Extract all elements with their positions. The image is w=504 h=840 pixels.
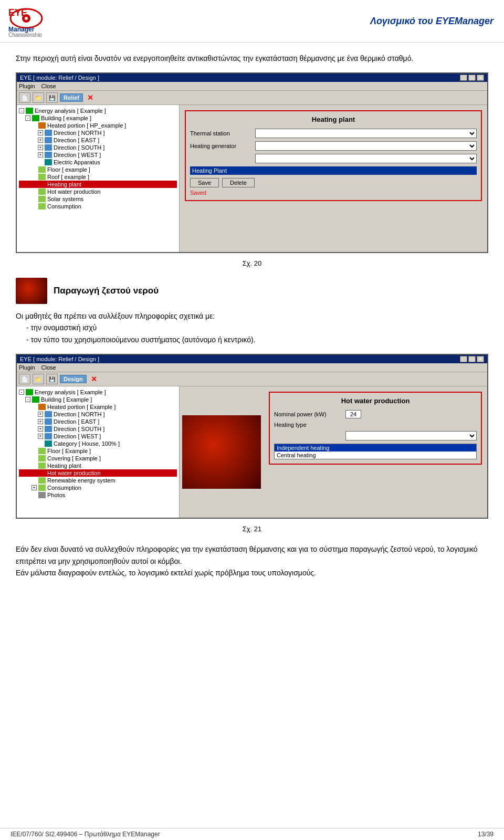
close-btn-1[interactable]: ✕ bbox=[477, 75, 484, 81]
tree-panel-1: - Energy analysis [ Example ] - Building… bbox=[17, 105, 180, 252]
saved-status: Saved bbox=[190, 190, 477, 196]
tree-item-building2[interactable]: - Building [ Example ] bbox=[19, 396, 177, 403]
tree-item-east[interactable]: + Direction [ EAST ] bbox=[19, 136, 177, 144]
menu-plugin-1[interactable]: Plugin bbox=[19, 83, 35, 89]
tree-expand-east2[interactable]: + bbox=[38, 419, 43, 424]
tree-item-solar[interactable]: Solar systems bbox=[19, 195, 177, 203]
tree-expand-north2[interactable]: + bbox=[38, 412, 43, 417]
menu-plugin-2[interactable]: Plugin bbox=[19, 364, 35, 371]
tree-expand-building[interactable]: - bbox=[25, 116, 30, 121]
tree-item-covering[interactable]: Covering [ Example ] bbox=[19, 455, 177, 462]
menu-close-1[interactable]: Close bbox=[41, 83, 56, 89]
tree-icon-category bbox=[45, 440, 52, 447]
tree-icon-solar bbox=[38, 196, 46, 202]
tree-item-heated[interactable]: Heated portion [ HP_example ] bbox=[19, 122, 177, 129]
maximize-btn-2[interactable]: □ bbox=[468, 356, 476, 362]
minimize-btn-1[interactable]: _ bbox=[460, 75, 467, 81]
tree-label-solar: Solar systems bbox=[47, 196, 83, 202]
hp-delete-btn[interactable]: Delete bbox=[222, 178, 255, 187]
tree-item-photos[interactable]: Photos bbox=[19, 491, 177, 499]
tree-expand-north[interactable]: + bbox=[38, 130, 43, 135]
hp-buttons: Save Delete bbox=[190, 178, 477, 187]
toolbar-x-1[interactable]: ✕ bbox=[87, 93, 93, 102]
tree-item-south[interactable]: + Direction [ SOUTH ] bbox=[19, 144, 177, 151]
hp-generator-select[interactable] bbox=[255, 141, 477, 151]
header: Manager Championship EYE Λογισμικό του E… bbox=[0, 0, 504, 43]
toolbar-x-2[interactable]: ✕ bbox=[91, 375, 97, 383]
tree-item-category[interactable]: Category [ House, 100% ] bbox=[19, 440, 177, 447]
tree-expand-west2[interactable]: + bbox=[38, 434, 43, 439]
tree-expand-east[interactable]: + bbox=[38, 138, 43, 143]
tree-item-north[interactable]: + Direction [ NORTH ] bbox=[19, 129, 177, 136]
tree-label-floor: Floor [ example ] bbox=[47, 166, 90, 173]
bullet-2: τον τύπο του χρησιμοποιούμενου συστήματο… bbox=[26, 334, 488, 345]
tree-item-building[interactable]: - Building [ example ] bbox=[19, 114, 177, 122]
hwp-nominal-input[interactable] bbox=[345, 410, 361, 418]
app-window-1: EYE [ module: Relief / Design ] _ □ ✕ Pl… bbox=[16, 72, 488, 253]
tree-item-north2[interactable]: + Direction [ NORTH ] bbox=[19, 411, 177, 418]
tree-item-heating-plant[interactable]: Heating plant bbox=[19, 181, 177, 188]
tree-item-west[interactable]: + Direction [ WEST ] bbox=[19, 151, 177, 159]
hp-empty-select[interactable] bbox=[255, 154, 477, 163]
tree-item-heated2[interactable]: Heated portion [ Example ] bbox=[19, 403, 177, 411]
hp-thermal-select[interactable] bbox=[255, 129, 477, 138]
tree-expand-consumption2[interactable]: + bbox=[32, 485, 37, 490]
hwp-select-row bbox=[274, 431, 477, 440]
tree-item-floor[interactable]: Floor [ example ] bbox=[19, 166, 177, 173]
tree-item-floor2[interactable]: Floor [ Example ] bbox=[19, 447, 177, 455]
tree-expand-energy[interactable]: - bbox=[19, 108, 24, 113]
tree-expand-south[interactable]: + bbox=[38, 145, 43, 150]
tree-label-building2: Building [ Example ] bbox=[41, 396, 92, 403]
svg-text:Championship: Championship bbox=[8, 32, 42, 37]
app-toolbar-2: 📄 📁 💾 Design ✕ bbox=[17, 372, 487, 386]
hwp-option-independent[interactable]: Independent heating bbox=[275, 444, 476, 452]
tree-expand-energy2[interactable]: - bbox=[19, 390, 24, 395]
toolbar-open-btn-2[interactable]: 📁 bbox=[33, 374, 44, 384]
tree-item-west2[interactable]: + Direction [ WEST ] bbox=[19, 433, 177, 440]
tree-expand-south2[interactable]: + bbox=[38, 426, 43, 432]
toolbar-label-2: Design bbox=[60, 375, 87, 383]
fig1-caption: Σχ. 20 bbox=[16, 259, 488, 267]
bottom-para1: Εάν δεν είναι δυνατό να συλλεχθούν πληρο… bbox=[16, 543, 488, 567]
hwp-type-select[interactable] bbox=[345, 431, 477, 440]
tree-icon-heated bbox=[38, 122, 46, 129]
toolbar-open-btn-1[interactable]: 📁 bbox=[33, 92, 44, 103]
tree-expand-building2[interactable]: - bbox=[25, 397, 30, 402]
tree-item-east2[interactable]: + Direction [ EAST ] bbox=[19, 418, 177, 425]
tree-label-floor2: Floor [ Example ] bbox=[47, 448, 91, 454]
toolbar-save-btn-1[interactable]: 💾 bbox=[46, 92, 58, 103]
tree-item-hot-water2[interactable]: Hot water production bbox=[19, 469, 177, 477]
toolbar-new-btn-1[interactable]: 📄 bbox=[19, 92, 30, 103]
tree-expand-west[interactable]: + bbox=[38, 152, 43, 158]
minimize-btn-2[interactable]: _ bbox=[460, 356, 467, 362]
app-toolbar-1: 📄 📁 💾 Relief ✕ bbox=[17, 91, 487, 105]
toolbar-save-btn-2[interactable]: 💾 bbox=[46, 374, 58, 384]
bottom-para2: Εάν μάλιστα διαγραφούν εντελώς, το λογισ… bbox=[16, 567, 488, 579]
maximize-btn-1[interactable]: □ bbox=[468, 75, 476, 81]
tree-item-consumption-1[interactable]: Consumption bbox=[19, 203, 177, 210]
hp-thermal-row: Thermal station bbox=[190, 129, 477, 138]
menu-close-2[interactable]: Close bbox=[41, 364, 56, 371]
tree-item-south2[interactable]: + Direction [ SOUTH ] bbox=[19, 425, 177, 433]
close-btn-2[interactable]: ✕ bbox=[477, 356, 484, 362]
tree-item-roof[interactable]: Roof [ example ] bbox=[19, 173, 177, 181]
hwp-option-central[interactable]: Central heating bbox=[275, 452, 476, 459]
section2-image bbox=[16, 278, 47, 304]
tree-item-consumption2[interactable]: + Consumption bbox=[19, 484, 177, 491]
hp-save-btn[interactable]: Save bbox=[190, 178, 219, 187]
section2-title: Παραγωγή ζεστού νερού bbox=[54, 286, 159, 296]
tree-item-energy[interactable]: - Energy analysis [ Example ] bbox=[19, 107, 177, 114]
tree-item-renewable[interactable]: Renewable energy system bbox=[19, 477, 177, 484]
app-body-2: - Energy analysis [ Example ] - Building… bbox=[17, 386, 487, 518]
tree-label-renewable: Renewable energy system bbox=[47, 477, 116, 484]
tree-item-electric[interactable]: Electric Apparatus bbox=[19, 159, 177, 166]
footer-left: IEE/07/760/ SI2.499406 – Πρωτάθλημα EYEM… bbox=[10, 831, 160, 838]
win-controls-1: _ □ ✕ bbox=[460, 75, 484, 81]
tree-item-energy2[interactable]: - Energy analysis [ Example ] bbox=[19, 388, 177, 396]
tree-item-heating2[interactable]: Heating plant bbox=[19, 462, 177, 469]
toolbar-new-btn-2[interactable]: 📄 bbox=[19, 374, 30, 384]
tree-icon-north bbox=[45, 130, 52, 136]
tree-item-hot-water-1[interactable]: Hot water production bbox=[19, 188, 177, 195]
intro-text: Στην περιοχή αυτή είναι δυνατόν να ενεργ… bbox=[16, 53, 488, 64]
hwp-type-label: Heating type bbox=[274, 422, 342, 428]
